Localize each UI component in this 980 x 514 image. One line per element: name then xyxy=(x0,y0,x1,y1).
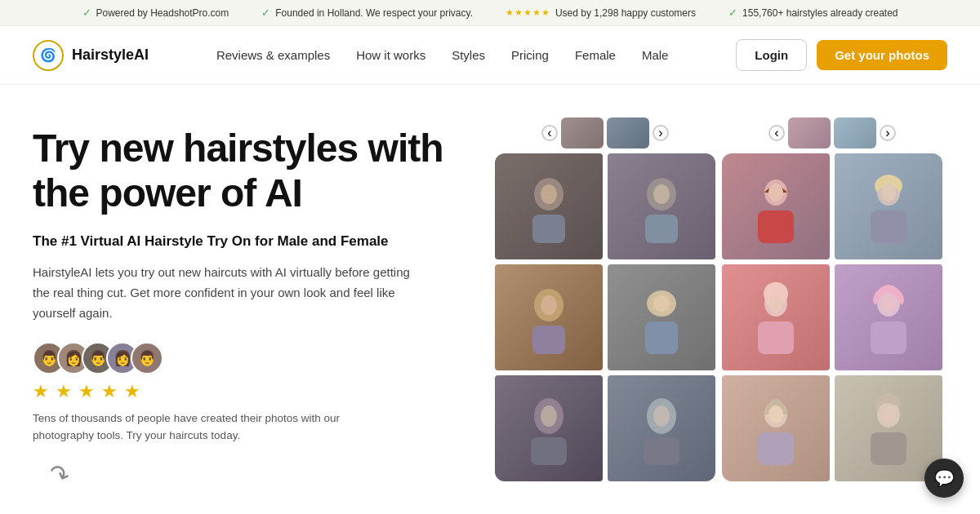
nav-item-how[interactable]: How it works xyxy=(356,48,425,62)
hero-title: Try new hairstyles with the power of AI xyxy=(33,126,457,215)
check-icon-3: ✓ xyxy=(728,7,737,19)
topbar-customers-text: Used by 1,298 happy customers xyxy=(555,7,696,19)
svg-rect-13 xyxy=(531,437,567,465)
svg-rect-10 xyxy=(645,321,678,354)
check-icon: ✓ xyxy=(82,7,91,19)
male-photo-1 xyxy=(495,153,603,259)
female-photo-6 xyxy=(835,375,942,481)
nav-item-female[interactable]: Female xyxy=(575,48,616,62)
svg-point-20 xyxy=(768,184,783,202)
svg-rect-16 xyxy=(644,437,679,465)
male-preview-strip: ‹ › xyxy=(541,117,669,148)
logo-icon: 🌀 xyxy=(33,40,64,71)
svg-point-11 xyxy=(653,295,670,312)
arrow-icon: ↷ xyxy=(45,458,74,491)
male-photo-2 xyxy=(608,153,715,259)
hero-section: Try new hairstyles with the power of AI … xyxy=(0,85,980,489)
nav-item-male[interactable]: Male xyxy=(642,48,669,62)
female-thumb-2 xyxy=(834,117,876,148)
svg-point-2 xyxy=(541,184,557,204)
hero-description: HairstyleAI lets you try out new haircut… xyxy=(33,263,425,323)
nav-links: Reviews & examples How it works Styles P… xyxy=(216,48,669,63)
female-photo-grid xyxy=(722,153,942,481)
male-photo-grid xyxy=(495,153,715,481)
male-photo-6 xyxy=(608,375,715,481)
stars-icon: ★★★★★ xyxy=(506,7,550,18)
top-bar: ✓ Powered by HeadshotPro.com ✓ Founded i… xyxy=(0,0,980,26)
nav-item-reviews[interactable]: Reviews & examples xyxy=(216,48,330,62)
logo-text: HairstyleAI xyxy=(72,47,149,64)
star-2: ★ xyxy=(56,381,72,402)
chat-button[interactable]: 💬 xyxy=(924,459,964,498)
star-4: ★ xyxy=(101,381,118,402)
male-photo-4 xyxy=(608,264,715,370)
svg-point-35 xyxy=(881,405,896,423)
check-icon-2: ✓ xyxy=(261,7,270,19)
next-arrow-female[interactable]: › xyxy=(880,125,896,141)
svg-point-29 xyxy=(881,295,896,312)
male-thumb-1 xyxy=(561,117,604,148)
login-button[interactable]: Login xyxy=(736,39,807,71)
svg-rect-4 xyxy=(645,215,678,243)
star-1: ★ xyxy=(33,381,49,402)
logo[interactable]: 🌀 HairstyleAI xyxy=(33,40,149,71)
hero-right: ‹ › xyxy=(490,117,947,489)
svg-point-17 xyxy=(653,405,670,427)
female-photo-5 xyxy=(722,375,830,481)
star-3: ★ xyxy=(78,381,95,402)
female-photo-1 xyxy=(722,153,830,259)
star-5: ★ xyxy=(124,381,140,402)
nav-actions: Login Get your photos xyxy=(736,39,947,71)
avatar-5: 👨 xyxy=(131,342,163,374)
hero-left: Try new hairstyles with the power of AI … xyxy=(33,117,457,489)
nav-item-pricing[interactable]: Pricing xyxy=(511,48,549,62)
svg-point-14 xyxy=(541,405,557,427)
svg-rect-7 xyxy=(532,326,565,354)
svg-point-8 xyxy=(541,295,557,315)
chat-icon: 💬 xyxy=(934,468,955,488)
svg-point-26 xyxy=(768,295,783,312)
svg-point-5 xyxy=(653,184,670,204)
get-photos-button[interactable]: Get your photos xyxy=(817,40,947,70)
svg-rect-1 xyxy=(532,215,565,243)
avatar-group: 👨 👩 👨 👩 👨 xyxy=(33,342,457,374)
topbar-item-powered: ✓ Powered by HeadshotPro.com xyxy=(82,7,229,19)
male-photo-3 xyxy=(495,264,603,370)
social-proof-text: Tens of thousands of people have created… xyxy=(33,410,376,445)
svg-rect-22 xyxy=(871,210,906,243)
svg-rect-31 xyxy=(758,432,794,465)
male-photo-5 xyxy=(495,375,603,481)
next-arrow-male[interactable]: › xyxy=(653,125,669,141)
svg-rect-19 xyxy=(758,210,794,243)
svg-point-32 xyxy=(768,405,783,423)
female-photo-4 xyxy=(835,264,942,370)
male-thumb-2 xyxy=(607,117,649,148)
topbar-item-customers: ★★★★★ Used by 1,298 happy customers xyxy=(506,7,696,19)
hero-subtitle: The #1 Virtual AI Hairstyle Try On for M… xyxy=(33,233,457,250)
topbar-item-created: ✓ 155,760+ hairstyles already created xyxy=(728,7,898,19)
prev-arrow-male[interactable]: ‹ xyxy=(541,125,558,141)
topbar-created-text: 155,760+ hairstyles already created xyxy=(742,7,898,19)
navbar: 🌀 HairstyleAI Reviews & examples How it … xyxy=(0,26,980,85)
female-photo-3 xyxy=(722,264,830,370)
hero-star-rating: ★ ★ ★ ★ ★ xyxy=(33,381,457,402)
female-photo-2 xyxy=(835,153,942,259)
prev-arrow-female[interactable]: ‹ xyxy=(768,125,785,141)
nav-item-styles[interactable]: Styles xyxy=(452,48,485,62)
topbar-privacy-text: Founded in Holland. We respect your priv… xyxy=(275,7,473,19)
svg-point-23 xyxy=(881,184,896,202)
topbar-item-privacy: ✓ Founded in Holland. We respect your pr… xyxy=(261,7,473,19)
female-preview-strip: ‹ › xyxy=(768,117,896,148)
topbar-powered-text: Powered by HeadshotPro.com xyxy=(96,7,229,19)
svg-rect-25 xyxy=(758,321,794,354)
svg-rect-28 xyxy=(871,321,906,354)
svg-rect-34 xyxy=(871,432,906,465)
female-thumb-1 xyxy=(788,117,831,148)
